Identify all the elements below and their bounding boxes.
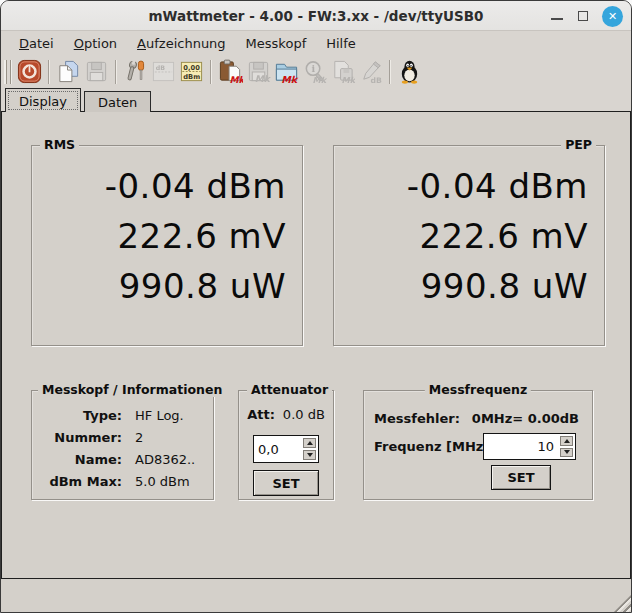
power-button[interactable]	[15, 58, 43, 86]
folder-mk-icon: Mk	[274, 59, 299, 84]
messfrequenz-set-button[interactable]: SET	[491, 465, 551, 490]
svg-text:Mk: Mk	[312, 75, 326, 84]
restore-mk-button[interactable]: Mk	[328, 58, 356, 86]
close-icon[interactable]: ✕	[602, 6, 623, 27]
messkopf-info-table: Type: HF Log. Nummer: 2 Name: AD8362.. d…	[32, 408, 213, 489]
messkopf-info-group: Messkopf / Informationen Type: HF Log. N…	[31, 390, 214, 500]
tab-display[interactable]: Display	[5, 88, 81, 112]
pep-group: PEP -0.04 dBm 222.6 mV 990.8 uW	[333, 145, 605, 346]
bottom-strip	[1, 579, 631, 612]
dbm-max-label: dBm Max:	[32, 474, 122, 489]
pep-uw-value: 990.8 uW	[334, 261, 588, 311]
rms-group: RMS -0.04 dBm 222.6 mV 990.8 uW	[31, 145, 303, 346]
tux-icon	[397, 59, 422, 84]
arrow-up-icon	[307, 441, 313, 445]
info-mk-button[interactable]: i Mk	[300, 58, 328, 86]
svg-text:0,00: 0,00	[183, 64, 200, 72]
dbm-note-button[interactable]: 0,00 dBm	[177, 58, 205, 86]
frequenz-label: Frequenz [MHz]	[374, 439, 489, 454]
messkopf-info-title: Messkopf / Informationen	[38, 382, 226, 397]
messfrequenz-group: Messfrequenz Messfehler:0MHz= 0.00dB Fre…	[363, 390, 593, 500]
name-label: Name:	[32, 452, 122, 467]
arrow-up-icon	[564, 439, 570, 443]
rms-uw-value: 990.8 uW	[32, 261, 286, 311]
menu-option[interactable]: Option	[64, 33, 127, 54]
pep-readout: -0.04 dBm 222.6 mV 990.8 uW	[334, 146, 604, 311]
messfrequenz-title: Messfrequenz	[425, 382, 531, 397]
copy-icon	[56, 59, 81, 84]
menu-bar: Datei Option Aufzeichnung Messkopf Hilfe	[1, 31, 631, 56]
copy-button[interactable]	[54, 58, 82, 86]
tab-display-label: Display	[19, 94, 67, 109]
pep-mv-value: 222.6 mV	[334, 211, 588, 261]
save-mk-button[interactable]: Mk	[244, 58, 272, 86]
save-button[interactable]	[82, 58, 110, 86]
edit-db-button[interactable]: dB	[356, 58, 384, 86]
minimize-icon[interactable]	[550, 9, 564, 23]
svg-text:dB: dB	[370, 76, 382, 84]
toolbar-separator	[389, 60, 390, 84]
attenuator-spin-down[interactable]	[303, 450, 316, 460]
frequenz-spin-up[interactable]	[560, 436, 573, 446]
frequenz-spin-down[interactable]	[560, 448, 573, 458]
rms-mv-value: 222.6 mV	[32, 211, 286, 261]
svg-text:dBm: dBm	[183, 73, 200, 81]
att-label: Att:	[247, 407, 275, 422]
attenuator-spin-up[interactable]	[303, 438, 316, 448]
dbm-note-icon: 0,00 dBm	[179, 59, 204, 84]
messfehler-value: 0MHz= 0.00dB	[472, 411, 579, 426]
arrow-down-icon	[307, 453, 313, 457]
tools-button[interactable]	[121, 58, 149, 86]
save-icon	[84, 59, 109, 84]
attenuator-title: Attenuator	[247, 382, 332, 397]
nummer-label: Nummer:	[32, 430, 122, 445]
tux-button[interactable]	[395, 58, 423, 86]
frequenz-spin-buttons	[558, 434, 575, 459]
menu-messkopf[interactable]: Messkopf	[236, 33, 317, 54]
toolbar-separator	[48, 60, 49, 84]
toolbar-separator	[115, 60, 116, 84]
nummer-value: 2	[122, 430, 213, 445]
menu-datei[interactable]: Datei	[9, 33, 64, 54]
svg-text:Mk: Mk	[281, 74, 299, 84]
resize-grip-icon[interactable]	[614, 595, 631, 612]
window-controls: ✕	[550, 1, 623, 31]
app-window: mWattmeter - 4.00 - FW:3.xx - /dev/ttyUS…	[0, 0, 632, 613]
folder-mk-button[interactable]: Mk	[272, 58, 300, 86]
messfehler-label: Messfehler:	[374, 411, 460, 426]
messfehler-row: Messfehler:0MHz= 0.00dB	[374, 411, 579, 426]
power-icon	[17, 59, 42, 84]
menu-aufzeichnung[interactable]: Aufzeichnung	[127, 33, 236, 54]
attenuator-set-button[interactable]: SET	[253, 470, 319, 496]
frequenz-input[interactable]	[484, 434, 558, 459]
svg-text:Mk: Mk	[254, 74, 270, 84]
toolbar-separator	[210, 60, 211, 84]
attenuation-note-button[interactable]: dB	[149, 58, 177, 86]
tab-daten[interactable]: Daten	[84, 91, 151, 112]
tools-icon	[123, 59, 148, 84]
maximize-icon[interactable]	[576, 9, 590, 23]
title-bar[interactable]: mWattmeter - 4.00 - FW:3.xx - /dev/ttyUS…	[1, 1, 631, 31]
dbm-max-value: 5.0 dBm	[122, 474, 213, 489]
edit-db-icon: dB	[358, 59, 383, 84]
display-page: RMS -0.04 dBm 222.6 mV 990.8 uW PEP -0.0…	[1, 111, 631, 579]
restore-mk-icon: Mk	[330, 59, 355, 84]
rms-readout: -0.04 dBm 222.6 mV 990.8 uW	[32, 146, 302, 311]
pep-group-title: PEP	[561, 137, 596, 152]
attenuator-spinbox	[253, 435, 319, 463]
pep-dbm-value: -0.04 dBm	[334, 161, 588, 211]
toolbar: dB 0,00 dBm Mk	[1, 56, 631, 87]
menu-hilfe[interactable]: Hilfe	[316, 33, 366, 54]
attenuation-note-icon: dB	[151, 59, 176, 84]
type-label: Type:	[32, 408, 122, 423]
attenuator-spin-buttons	[301, 436, 318, 462]
attenuator-input[interactable]	[254, 436, 301, 462]
type-value: HF Log.	[122, 408, 213, 423]
clipboard-mk-button[interactable]: Mk	[216, 58, 244, 86]
toolbar-grip[interactable]	[6, 60, 11, 84]
svg-text:dB: dB	[155, 64, 164, 71]
save-mk-icon: Mk	[246, 59, 271, 84]
info-mk-icon: i Mk	[302, 59, 327, 84]
name-value: AD8362..	[122, 452, 213, 467]
svg-text:i: i	[311, 63, 315, 74]
